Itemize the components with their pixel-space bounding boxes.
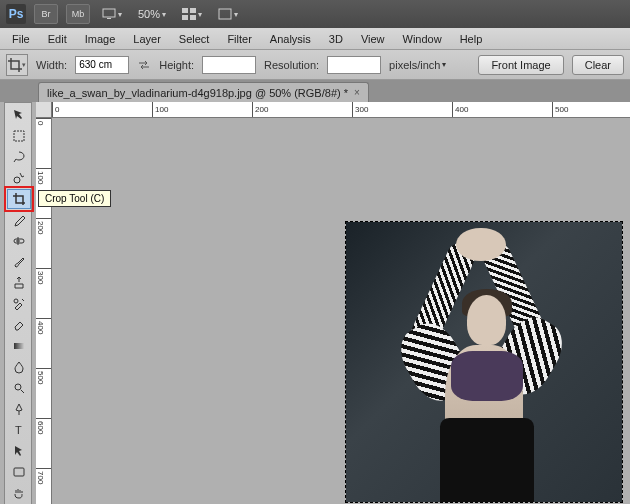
menu-edit[interactable]: Edit	[40, 31, 75, 47]
document-area: 0 100 200 300 400 500 0 100 200 300 400 …	[36, 102, 630, 504]
svg-rect-4	[182, 15, 188, 20]
crop-tooltip: Crop Tool (C)	[38, 190, 111, 207]
svg-point-8	[14, 177, 20, 183]
svg-rect-2	[182, 8, 188, 13]
menu-bar: File Edit Image Layer Select Filter Anal…	[0, 28, 630, 50]
history-brush-tool[interactable]	[7, 294, 31, 314]
type-tool[interactable]: T	[7, 420, 31, 440]
svg-rect-6	[219, 9, 231, 19]
marquee-tool[interactable]	[7, 126, 31, 146]
ruler-tick: 0	[36, 118, 52, 125]
ruler-tick: 300	[36, 268, 52, 284]
ruler-tick: 100	[152, 102, 168, 118]
ruler-horizontal[interactable]: 0 100 200 300 400 500	[52, 102, 630, 118]
document-tab-title: like_a_swan_by_vladinarium-d4g918p.jpg @…	[47, 87, 348, 99]
ruler-corner	[36, 102, 52, 118]
screen-icon	[102, 8, 116, 20]
path-select-tool[interactable]	[7, 441, 31, 461]
crop-icon	[8, 58, 22, 72]
view-extras-dropdown[interactable]	[98, 8, 126, 20]
units-dropdown[interactable]: pixels/inch	[389, 59, 446, 71]
menu-image[interactable]: Image	[77, 31, 124, 47]
options-bar: ▾ Width: Height: Resolution: pixels/inch…	[0, 50, 630, 80]
resolution-label: Resolution:	[264, 59, 319, 71]
resolution-input[interactable]	[327, 56, 381, 74]
menu-file[interactable]: File	[4, 31, 38, 47]
crop-tool-preset-icon[interactable]: ▾	[6, 54, 28, 76]
menu-view[interactable]: View	[353, 31, 393, 47]
height-label: Height:	[159, 59, 194, 71]
menu-help[interactable]: Help	[452, 31, 491, 47]
dodge-tool[interactable]	[7, 378, 31, 398]
ruler-tick: 200	[36, 218, 52, 234]
brush-tool[interactable]	[7, 252, 31, 272]
menu-window[interactable]: Window	[395, 31, 450, 47]
svg-rect-7	[14, 131, 24, 141]
width-input[interactable]	[75, 56, 129, 74]
menu-layer[interactable]: Layer	[125, 31, 169, 47]
bridge-button[interactable]: Br	[34, 4, 58, 24]
svg-rect-0	[103, 9, 115, 17]
ruler-tick: 400	[36, 318, 52, 334]
ruler-tick: 0	[52, 102, 59, 118]
close-tab-icon[interactable]: ×	[354, 87, 360, 98]
menu-select[interactable]: Select	[171, 31, 218, 47]
menu-filter[interactable]: Filter	[219, 31, 259, 47]
move-tool[interactable]	[7, 105, 31, 125]
width-label: Width:	[36, 59, 67, 71]
crop-tool[interactable]: Crop Tool (C)	[7, 189, 31, 209]
ruler-tick: 200	[252, 102, 268, 118]
canvas-selection[interactable]	[346, 222, 622, 502]
document-tab[interactable]: like_a_swan_by_vladinarium-d4g918p.jpg @…	[38, 82, 369, 102]
minibridge-button[interactable]: Mb	[66, 4, 90, 24]
swap-icon[interactable]	[137, 58, 151, 72]
eraser-tool[interactable]	[7, 315, 31, 335]
ruler-tick: 100	[36, 168, 52, 184]
canvas-image	[346, 222, 622, 502]
svg-point-10	[14, 299, 18, 303]
clear-button[interactable]: Clear	[572, 55, 624, 75]
lasso-tool[interactable]	[7, 147, 31, 167]
front-image-button[interactable]: Front Image	[478, 55, 563, 75]
menu-3d[interactable]: 3D	[321, 31, 351, 47]
screenmode-dropdown[interactable]	[214, 8, 242, 20]
height-input[interactable]	[202, 56, 256, 74]
healing-tool[interactable]	[7, 231, 31, 251]
svg-rect-3	[190, 8, 196, 13]
ruler-tick: 500	[552, 102, 568, 118]
ruler-tick: 400	[452, 102, 468, 118]
zoom-dropdown[interactable]: 50%	[134, 8, 170, 20]
eyedropper-tool[interactable]	[7, 210, 31, 230]
blur-tool[interactable]	[7, 357, 31, 377]
svg-rect-5	[190, 15, 196, 20]
ruler-vertical[interactable]: 0 100 200 300 400 500 600 700	[36, 118, 52, 504]
screenmode-icon	[218, 8, 232, 20]
ruler-tick: 700	[36, 468, 52, 484]
svg-rect-14	[14, 468, 24, 476]
hand-tool[interactable]	[7, 483, 31, 503]
arrange-dropdown[interactable]	[178, 8, 206, 20]
clone-tool[interactable]	[7, 273, 31, 293]
svg-text:T: T	[15, 424, 22, 436]
toolbox: Crop Tool (C) T	[4, 102, 32, 504]
ruler-tick: 300	[352, 102, 368, 118]
gradient-tool[interactable]	[7, 336, 31, 356]
pen-tool[interactable]	[7, 399, 31, 419]
quick-select-tool[interactable]	[7, 168, 31, 188]
svg-rect-11	[14, 343, 24, 349]
grid-icon	[182, 8, 196, 20]
app-logo: Ps	[6, 4, 26, 24]
svg-rect-1	[107, 18, 111, 19]
ruler-tick: 600	[36, 418, 52, 434]
shape-tool[interactable]	[7, 462, 31, 482]
ruler-tick: 500	[36, 368, 52, 384]
svg-point-12	[15, 384, 21, 390]
menu-analysis[interactable]: Analysis	[262, 31, 319, 47]
